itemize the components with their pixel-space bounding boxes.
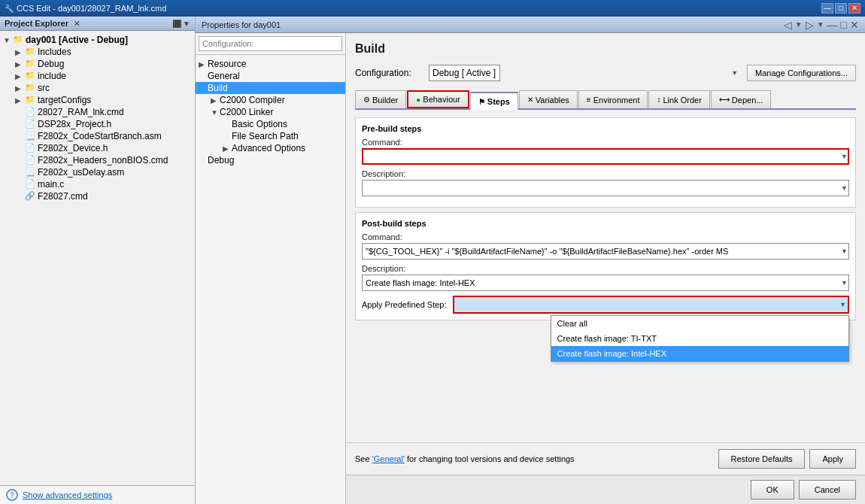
- menu-btn[interactable]: ▼: [183, 20, 190, 28]
- post-build-desc-wrapper: ▼: [362, 275, 849, 291]
- post-build-section: Post-build steps Command: ▼ Description:…: [355, 212, 856, 320]
- props-tree-resource[interactable]: ▶ Resource: [196, 58, 345, 70]
- props-label-resource: Resource: [208, 59, 246, 69]
- help-icon[interactable]: ?: [6, 489, 18, 501]
- dialog-minimize-btn[interactable]: —: [827, 19, 838, 31]
- props-label-general: General: [208, 71, 240, 81]
- bottom-bar: ? Show advanced settings: [0, 485, 195, 504]
- props-tree-c2000-compiler[interactable]: ▶ C2000 Compiler: [196, 94, 345, 106]
- file-icon-main-c: 📄: [24, 179, 36, 190]
- config-arrow: ▼: [731, 69, 738, 77]
- nav-back-btn[interactable]: ◁: [784, 19, 792, 31]
- tree-item-targetconfigs[interactable]: ▶ 📁 targetConfigs: [0, 94, 195, 106]
- folder-icon-src: 📁: [24, 83, 36, 93]
- dialog-titlebar-buttons[interactable]: ◁ ▼ ▷ ▼ — □ ✕: [784, 19, 859, 31]
- tree-item-codestart[interactable]: ▶ 📃 F2802x_CodeStartBranch.asm: [0, 130, 195, 142]
- nav-forward-btn[interactable]: ▷: [806, 19, 814, 31]
- config-select[interactable]: Debug [ Active ]: [429, 65, 500, 81]
- project-tree: ▼ 📁 day001 [Active - Debug] ▶ 📁 Includes…: [0, 31, 195, 485]
- outer-titlebar-buttons[interactable]: — □ ✕: [821, 3, 860, 14]
- tree-item-f2802x-device[interactable]: ▶ 📄 F2802x_Device.h: [0, 142, 195, 154]
- tree-item-day001[interactable]: ▼ 📁 day001 [Active - Debug]: [0, 34, 195, 46]
- explorer-controls[interactable]: ⬛ ▼: [172, 20, 190, 28]
- tree-label-include: include: [38, 71, 66, 81]
- tree-label-dsp28x: DSP28x_Project.h: [38, 119, 111, 129]
- post-build-desc-label: Description:: [362, 264, 849, 273]
- minimize-btn[interactable]: —: [821, 3, 833, 14]
- tree-item-f28027[interactable]: ▶ 🔗 F28027.cmd: [0, 190, 195, 202]
- dropdown-item-intel-hex[interactable]: Create flash image: Intel-HEX: [551, 346, 848, 361]
- properties-tree: ▶ Resource ▶ General ▶ Build ▶ C2000: [196, 33, 346, 504]
- tree-item-main-c[interactable]: ▶ 📄 main.c: [0, 178, 195, 190]
- tree-item-debug[interactable]: ▶ 📁 Debug: [0, 58, 195, 70]
- dropdown-item-ti-txt[interactable]: Create flash image: TI-TXT: [551, 331, 848, 346]
- link-order-icon: ↕: [657, 96, 660, 104]
- pre-build-desc-label: Description:: [362, 169, 849, 178]
- props-arrow-c2000: ▶: [211, 96, 220, 105]
- tab-environment[interactable]: ≡ Environment: [578, 90, 648, 108]
- tree-item-src[interactable]: ▶ 📁 src: [0, 82, 195, 94]
- tab-behaviour[interactable]: ● Behaviour: [407, 90, 469, 108]
- variables-icon: ✕: [527, 96, 533, 104]
- pre-build-command-input[interactable]: [362, 148, 849, 165]
- props-arrow-advanced: ▶: [223, 144, 232, 153]
- cancel-button[interactable]: Cancel: [799, 480, 856, 499]
- tab-variables[interactable]: ✕ Variables: [519, 90, 578, 108]
- tree-label-f28027: F28027.cmd: [38, 191, 88, 202]
- steps-content: Pre-build steps Command: ▼ Description: …: [355, 117, 856, 433]
- post-build-command-wrapper: ▼: [362, 243, 849, 260]
- tab-variables-label: Variables: [536, 96, 569, 105]
- nav-dropdown-btn[interactable]: ▼: [795, 20, 803, 29]
- post-build-command-input[interactable]: [362, 243, 849, 260]
- post-build-desc-arrow: ▼: [841, 279, 848, 287]
- tab-depen[interactable]: ⟷ Depen...: [711, 90, 772, 108]
- tree-item-f2802x-headers[interactable]: ▶ 📄 F2802x_Headers_nonBIOS.cmd: [0, 154, 195, 166]
- dialog-titlebar: Properties for day001 ◁ ▼ ▷ ▼ — □ ✕: [196, 17, 865, 33]
- post-build-header: Post-build steps: [362, 219, 849, 228]
- tree-label-targetconfigs: targetConfigs: [38, 95, 91, 105]
- post-build-command-label: Command:: [362, 232, 849, 241]
- close-btn[interactable]: ✕: [848, 3, 860, 14]
- filter-input[interactable]: [199, 36, 342, 51]
- props-tree-build[interactable]: ▶ Build: [196, 82, 345, 94]
- tree-item-28027[interactable]: ▶ 📄 28027_RAM_lnk.cmd: [0, 106, 195, 118]
- props-tree-c2000-linker[interactable]: ▼ C2000 Linker: [196, 106, 345, 118]
- tree-item-dsp28x[interactable]: ▶ 📄 DSP28x_Project.h: [0, 118, 195, 130]
- tab-builder[interactable]: ⚙ Builder: [355, 90, 406, 108]
- general-link[interactable]: 'General': [372, 454, 405, 463]
- tree-item-includes[interactable]: ▶ 📁 Includes: [0, 46, 195, 58]
- steps-icon: ⚑: [478, 98, 485, 106]
- explorer-id: ✕: [74, 20, 80, 28]
- props-tree-file-search[interactable]: ▶ File Search Path: [196, 130, 345, 142]
- file-icon-f2802x-headers: 📄: [24, 155, 36, 165]
- depen-icon: ⟷: [719, 96, 730, 104]
- tree-item-include[interactable]: ▶ 📁 include: [0, 70, 195, 82]
- maximize-btn[interactable]: □: [835, 3, 847, 14]
- tab-steps[interactable]: ⚑ Steps: [470, 92, 518, 110]
- tab-environment-label: Environment: [593, 96, 640, 105]
- manage-configurations-button[interactable]: Manage Configurations...: [747, 65, 856, 81]
- apply-predefined-arrow[interactable]: ▼: [839, 301, 846, 308]
- dialog-body: ▶ Resource ▶ General ▶ Build ▶ C2000: [196, 33, 865, 504]
- dialog-close-btn[interactable]: ✕: [850, 19, 859, 31]
- pre-build-desc-input[interactable]: [362, 180, 849, 196]
- props-tree-advanced[interactable]: ▶ Advanced Options: [196, 142, 345, 154]
- props-label-build: Build: [208, 83, 228, 93]
- ok-button[interactable]: OK: [751, 480, 794, 499]
- nav-dropdown2-btn[interactable]: ▼: [817, 20, 824, 29]
- apply-predefined-input[interactable]: [453, 296, 849, 314]
- collapse-btn[interactable]: ⬛: [172, 20, 181, 28]
- tree-item-usdelay[interactable]: ▶ 📃 F2802x_usDelay.asm: [0, 166, 195, 178]
- props-tree-general[interactable]: ▶ General: [196, 70, 345, 82]
- dropdown-item-clear-all[interactable]: Clear all: [551, 316, 848, 331]
- post-build-desc-input[interactable]: [362, 275, 849, 291]
- tree-arrow-src: ▶: [15, 84, 24, 93]
- restore-defaults-button[interactable]: Restore Defaults: [718, 449, 806, 469]
- props-tree-basic-options[interactable]: ▶ Basic Options: [196, 118, 345, 130]
- dialog-maximize-btn[interactable]: □: [841, 19, 847, 31]
- props-tree-debug[interactable]: ▶ Debug: [196, 154, 345, 166]
- pre-build-section: Pre-build steps Command: ▼ Description: …: [355, 117, 856, 208]
- apply-button[interactable]: Apply: [809, 449, 856, 469]
- show-advanced-link[interactable]: Show advanced settings: [23, 490, 112, 499]
- tab-link-order[interactable]: ↕ Link Order: [648, 90, 709, 108]
